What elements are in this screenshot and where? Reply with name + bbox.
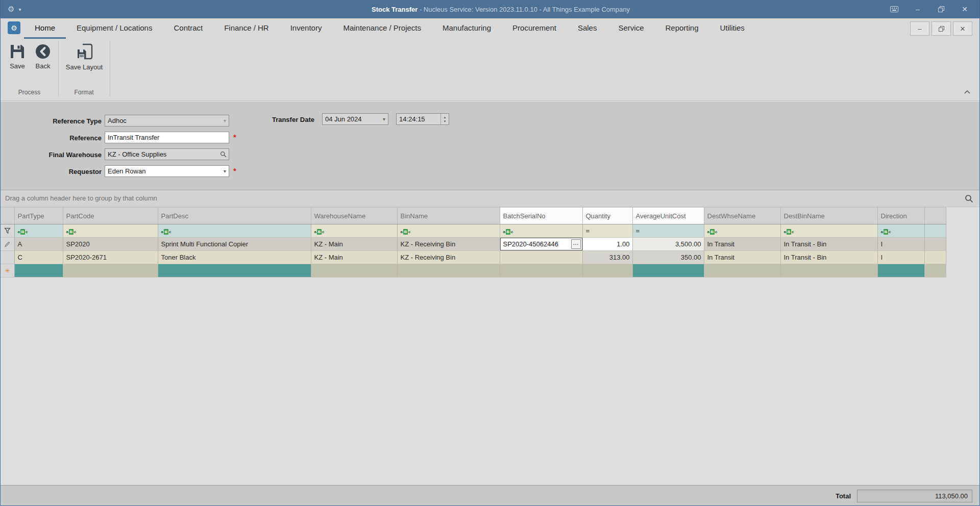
tab-service[interactable]: Service [607,18,654,39]
filter-cell-partcode[interactable]: aBc [63,224,158,238]
search-icon[interactable] [220,151,229,158]
chevron-down-icon[interactable]: ▾ [224,168,229,174]
filter-cell-quantity[interactable]: = [582,224,632,238]
app-menu-button[interactable]: ⚙ [8,21,20,34]
column-header-destwhsename[interactable]: DestWhseName [704,208,780,224]
back-button[interactable]: Back [30,43,56,70]
cell-r1-parttype[interactable]: A [14,238,63,251]
column-header-partcode[interactable]: PartCode [63,208,158,224]
back-icon [30,43,56,60]
gear-icon[interactable]: ⚙ [8,5,14,14]
newrow-cell-batchserialno[interactable] [500,264,582,277]
tab-maintenance-projects[interactable]: Maintenance / Projects [332,18,432,39]
chevron-down-icon[interactable]: ▾ [18,7,21,12]
newrow-cell-quantity[interactable] [582,264,632,277]
filter-cell-destbinname[interactable]: aBc [780,224,877,238]
column-header-averageunitcost[interactable]: AverageUnitCost [632,208,704,224]
tab-sales[interactable]: Sales [567,18,608,39]
column-header-batchserialno[interactable]: BatchSerialNo [500,208,582,224]
ribbon-collapse-button[interactable] [962,88,972,96]
filter-cell-warehousename[interactable]: aBc [311,224,397,238]
tab-reporting[interactable]: Reporting [654,18,709,39]
newrow-cell-partdesc[interactable] [158,264,311,277]
final-warehouse-lookup[interactable]: KZ - Office Supplies [105,148,229,160]
cell-r2-destbinname[interactable]: In Transit - Bin [780,251,877,264]
tab-procurement[interactable]: Procurement [502,18,567,39]
transfer-date-picker[interactable]: 04 Jun 2024 ▾ [322,113,388,125]
titlebar-menu[interactable]: ⚙ ▾ [1,5,113,14]
save-button[interactable]: Save [6,43,29,70]
inner-close-button[interactable]: ✕ [953,21,972,36]
column-header-direction[interactable]: Direction [877,208,924,224]
filter-cell-averageunitcost[interactable]: = [632,224,704,238]
newrow-cell-partcode[interactable] [63,264,158,277]
restore-icon[interactable] [936,4,947,14]
cell-r1-partcode[interactable]: SP2020 [63,238,158,251]
tab-inventory[interactable]: Inventory [280,18,333,39]
spin-up-icon[interactable]: ▲ [444,115,447,119]
cell-r2-partdesc[interactable]: Toner Black [158,251,311,264]
cell-r2-direction[interactable]: I [877,251,924,264]
cell-r2-partcode[interactable]: SP2020-2671 [63,251,158,264]
filter-cell-batchserialno[interactable]: aBc [500,224,582,238]
filter-cell-parttype[interactable]: aBc [14,224,63,238]
cell-r1-batchserialno-editor[interactable]: SP2020-45062446 … [500,238,582,251]
transfer-time-spinner[interactable]: 14:24:15 ▲ ▼ [396,113,449,125]
column-header-destbinname[interactable]: DestBinName [780,208,877,224]
minimize-icon[interactable]: – [912,4,923,14]
chevron-down-icon[interactable]: ▾ [383,116,388,122]
filter-cell-partdesc[interactable]: aBc [158,224,311,238]
reference-input[interactable]: InTransit Transfer [105,132,229,143]
keyboard-icon[interactable] [889,4,900,14]
cell-r1-partdesc[interactable]: Sprint Multi Functional Copier [158,238,311,251]
inner-restore-button[interactable] [932,21,951,36]
cell-r1-direction[interactable]: I [877,238,924,251]
newrow-cell-averageunitcost[interactable] [632,264,704,277]
cell-r1-warehousename[interactable]: KZ - Main [311,238,397,251]
tab-equipment-locations[interactable]: Equipment / Locations [66,18,163,39]
cell-r1-binname[interactable]: KZ - Receiving Bin [397,238,500,251]
save-layout-button[interactable]: Save Layout [63,43,106,71]
cell-r2-binname[interactable]: KZ - Receiving Bin [397,251,500,264]
cell-r1-destbinname[interactable]: In Transit - Bin [780,238,877,251]
newrow-cell-binname[interactable] [397,264,500,277]
cell-r1-quantity[interactable]: 1.00 [582,238,632,251]
grid-search-icon[interactable] [965,194,973,203]
spin-down-icon[interactable]: ▼ [444,119,447,123]
requestor-dropdown[interactable]: Eden Rowan ▾ [105,165,229,177]
newrow-cell-destbinname[interactable] [780,264,877,277]
tab-contract[interactable]: Contract [163,18,213,39]
tab-home[interactable]: Home [24,18,66,39]
column-header-quantity[interactable]: Quantity [582,208,632,224]
tab-utilities[interactable]: Utilities [709,18,755,39]
ellipsis-button[interactable]: … [571,239,581,249]
newrow-cell-warehousename[interactable] [311,264,397,277]
filter-cell-destwhsename[interactable]: aBc [704,224,780,238]
cell-r2-quantity[interactable]: 313.00 [582,251,632,264]
ribbon: Save Back Save Layout Process Format [1,39,979,101]
column-header-parttype[interactable]: PartType [14,208,63,224]
column-header-partdesc[interactable]: PartDesc [158,208,311,224]
cell-r1-averageunitcost[interactable]: 3,500.00 [632,238,704,251]
cell-r2-parttype[interactable]: C [14,251,63,264]
cell-r2-batchserialno[interactable] [500,251,582,264]
time-spin-buttons[interactable]: ▲ ▼ [440,114,449,124]
newrow-cell-parttype[interactable] [14,264,63,277]
inner-minimize-button[interactable]: – [910,21,929,36]
cell-r2-destwhsename[interactable]: In Transit [704,251,780,264]
cell-r1-destwhsename[interactable]: In Transit [704,238,780,251]
tab-manufacturing[interactable]: Manufacturing [432,18,502,39]
filter-cell-binname[interactable]: aBc [397,224,500,238]
cell-r2-warehousename[interactable]: KZ - Main [311,251,397,264]
grid-row-1: A SP2020 Sprint Multi Functional Copier … [1,238,946,251]
tab-finance-hr[interactable]: Finance / HR [213,18,280,39]
filter-cell-empty [924,224,946,238]
newrow-cell-destwhsename[interactable] [704,264,780,277]
newrow-cell-direction[interactable] [877,264,924,277]
reference-type-dropdown[interactable]: Adhoc ▾ [105,115,229,127]
cell-r2-averageunitcost[interactable]: 350.00 [632,251,704,264]
column-header-binname[interactable]: BinName [397,208,500,224]
close-icon[interactable]: ✕ [959,4,970,14]
column-header-warehousename[interactable]: WarehouseName [311,208,397,224]
filter-cell-direction[interactable]: aBc [877,224,924,238]
